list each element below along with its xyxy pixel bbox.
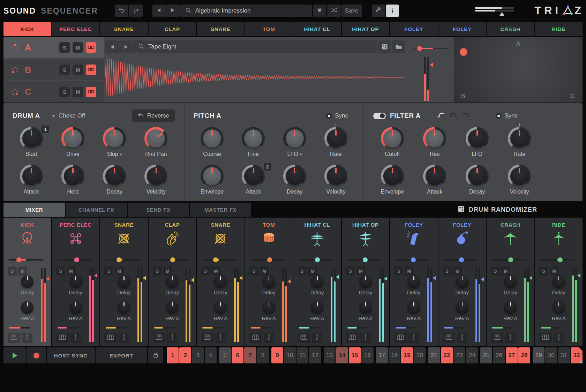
solo-button[interactable]: S [394,266,403,276]
waveform-display[interactable] [105,55,404,100]
track-tab-10-foley[interactable]: FOLEY [438,22,486,36]
pan-slider[interactable] [443,257,479,262]
tilt-slider[interactable] [475,6,514,16]
undo-button[interactable] [115,5,128,17]
solo-button[interactable]: S [8,266,17,276]
layer-row-a[interactable]: A S M [3,37,104,58]
knob-rate[interactable]: Rate [315,127,356,163]
knob-velocity[interactable]: Velocity [135,165,177,201]
pan-slider[interactable] [347,257,382,262]
keyboard-button[interactable] [249,333,262,343]
step-7[interactable]: 7 [244,347,256,363]
step-16[interactable]: 16 [361,347,373,363]
step-23[interactable]: 23 [453,347,465,363]
layer-solo-button[interactable]: S [59,87,70,97]
channel-menu-button[interactable] [167,333,178,343]
channel-menu-button[interactable] [215,333,226,343]
highpass-icon[interactable] [437,112,444,120]
slider-handle[interactable] [417,46,422,51]
mute-button[interactable]: M [163,266,172,276]
step-27[interactable]: 27 [506,347,518,363]
pan-slider[interactable] [202,257,237,262]
solo-button[interactable]: S [56,266,65,276]
keyboard-button[interactable] [298,333,310,343]
save-button[interactable]: Save [341,5,362,17]
knob-coarse[interactable]: Coarse [191,127,233,163]
next-preset-button[interactable] [166,5,180,17]
mixer-strip-1-kick[interactable]: KICK S M Delay Rev A [3,218,51,346]
mute-button[interactable]: M [18,266,27,276]
mixer-strip-8-hihat-op[interactable]: HIHAT OP S M Delay Rev A [342,218,390,346]
track-tab-1-kick[interactable]: KICK [3,22,51,36]
mute-button[interactable]: M [405,266,414,276]
channel-menu-button[interactable] [554,333,564,343]
sound-view-tab[interactable]: SOUND [3,6,36,16]
mixer-strip-7-hihat-cl[interactable]: HIHAT CL S M Delay Rev A [293,218,341,346]
record-button[interactable] [27,347,46,363]
knob-velocity[interactable]: Velocity [498,165,541,201]
sequencer-view-tab[interactable]: SEQUENCER [41,6,98,16]
pan-handle[interactable] [117,257,121,262]
mute-button[interactable]: M [211,266,220,276]
step-1[interactable]: 1 [167,347,179,363]
preset-search-input[interactable] [195,7,307,15]
sample-search[interactable] [133,40,377,53]
settings-button[interactable] [372,5,385,17]
track-tab-8-hihat-op[interactable]: HIHAT OP [342,22,390,36]
bandpass-icon[interactable] [449,112,457,120]
solo-button[interactable]: S [491,266,500,276]
pan-slider[interactable] [298,257,333,262]
knob-attack[interactable]: 2 Attack [233,165,274,201]
channel-menu-button[interactable] [70,333,81,343]
layer-solo-button[interactable]: S [59,65,70,75]
filter-enable-toggle[interactable] [373,113,386,119]
mixer-strip-12-ride[interactable]: RIDE S M Delay Rev A [535,218,583,346]
step-3[interactable]: 3 [192,347,204,363]
layer-link-button[interactable] [86,42,96,53]
filter-sync-toggle[interactable]: Sync [496,112,518,119]
lowpass-icon[interactable] [462,112,469,120]
channel-menu-button[interactable] [264,333,274,343]
host-sync-button[interactable]: HOST SYNC [47,347,95,363]
solo-button[interactable]: S [298,266,307,276]
layer-solo-button[interactable]: S [59,42,70,53]
step-2[interactable]: 2 [179,347,191,363]
solo-button[interactable]: S [346,266,355,276]
track-tab-9-foley[interactable]: FOLEY [390,22,438,36]
mute-button[interactable]: M [550,266,559,276]
favorite-button[interactable] [313,5,326,17]
knob-decay[interactable]: Decay [94,165,135,201]
browse-folder-button[interactable] [392,40,405,53]
pan-slider[interactable] [395,257,430,262]
track-tab-12-ride[interactable]: RIDE [535,22,583,36]
knob-fine[interactable]: Fine [233,127,274,163]
pan-handle[interactable] [363,257,368,262]
mute-button[interactable]: M [501,266,510,276]
layer-mute-button[interactable]: M [73,42,83,53]
keyboard-button[interactable] [394,333,407,343]
track-tab-6-tom[interactable]: TOM [245,22,293,36]
pan-handle[interactable] [459,257,464,262]
mute-button[interactable]: M [308,266,317,276]
step-21[interactable]: 21 [428,347,440,363]
mute-button[interactable]: M [115,266,124,276]
step-19[interactable]: 19 [401,347,413,363]
track-tab-3-snare[interactable]: SNARE [100,22,148,36]
step-25[interactable]: 25 [480,347,492,363]
pan-handle[interactable] [315,257,320,262]
channel-menu-button[interactable] [408,333,419,343]
pan-slider[interactable] [57,257,92,262]
step-18[interactable]: 18 [389,347,400,363]
mixer-strip-11-crash[interactable]: CRASH S M Delay Rev A [487,218,534,346]
channel-menu-button[interactable] [457,333,467,343]
step-22[interactable]: 22 [441,347,453,363]
knob-envelope[interactable]: Envelope [191,165,233,201]
knob-drive[interactable]: Drive [52,127,93,163]
knob-lfo[interactable]: LFO [456,127,498,163]
knob-slop[interactable]: Slop ▾ [94,127,135,163]
pan-slider[interactable] [250,257,285,262]
solo-button[interactable]: S [201,266,210,276]
knob-cutoff[interactable]: Cutoff [371,127,414,163]
channel-menu-button[interactable] [360,333,371,343]
step-29[interactable]: 29 [533,347,544,363]
